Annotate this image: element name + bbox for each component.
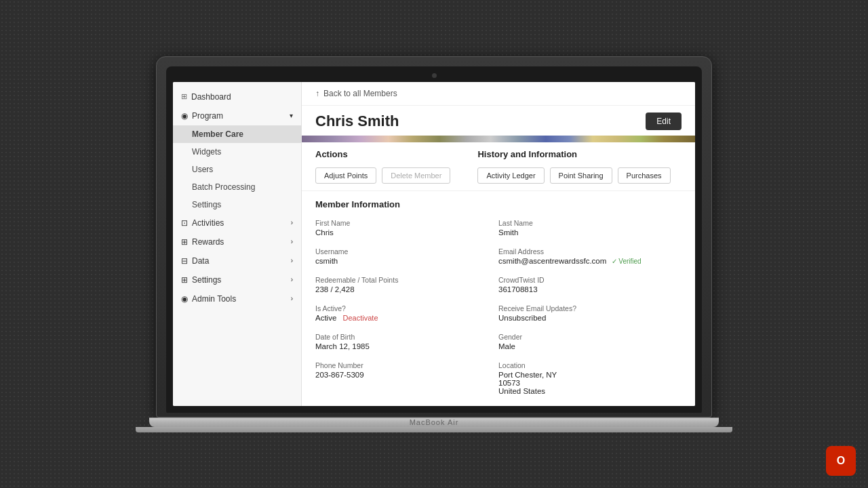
macbook-bottom-bar: MacBook Air [149, 418, 719, 427]
settings-sub-label: Settings [192, 200, 221, 209]
first-name-value: Chris [315, 228, 498, 237]
back-link-text: Back to all Members [323, 89, 397, 98]
dob-label: Date of Birth [315, 333, 498, 341]
main-content: ↑ Back to all Members Chris Smith Edit A… [302, 82, 695, 406]
last-name-value: Smith [498, 228, 682, 237]
actions-buttons: Adjust Points Delete Member [315, 167, 450, 184]
member-care-label: Member Care [192, 129, 243, 139]
chevron-down-icon: ▾ [290, 112, 293, 119]
macbook-shell: ⊞ Dashboard ◉ Program ▾ Member Care [156, 56, 712, 432]
deactivate-link[interactable]: Deactivate [343, 314, 378, 322]
email-value: csmith@ascentrewardssfc.com ✓ Verified [498, 257, 682, 265]
sidebar-item-admin-tools[interactable]: ◉ Admin Tools › [173, 289, 301, 308]
sidebar-item-activities[interactable]: ⊡ Activities › [173, 214, 301, 232]
location-value: Port Chester, NY 10573 United States [498, 371, 682, 395]
edit-button[interactable]: Edit [646, 113, 682, 130]
dob-value: March 12, 1985 [315, 342, 498, 350]
admin-tools-icon: ◉ [181, 294, 188, 304]
sidebar-item-rewards[interactable]: ⊞ Rewards › [173, 232, 301, 251]
gender-value: Male [498, 342, 682, 350]
info-email: Email Address csmith@ascentrewardssfc.co… [498, 242, 682, 270]
info-grid: First Name Chris Last Name Smith Usernam… [315, 214, 682, 406]
username-label: Username [315, 247, 498, 256]
verified-badge: ✓ Verified [612, 258, 642, 265]
users-label: Users [192, 165, 213, 174]
active-text: Active [315, 314, 336, 322]
rewards-label: Rewards [192, 237, 224, 247]
color-banner [302, 136, 695, 142]
camera [432, 73, 437, 78]
screen-shell: ⊞ Dashboard ◉ Program ▾ Member Care [156, 56, 712, 418]
chevron-right-data-icon: › [291, 257, 293, 264]
redeemable-label: Redeemable / Total Points [315, 276, 498, 284]
gender-label: Gender [498, 333, 682, 341]
activities-icon: ⊡ [181, 218, 188, 228]
phone-value: 203-867-5309 [315, 371, 498, 379]
sidebar-item-users[interactable]: Users [173, 161, 301, 178]
info-crowdtwist: CrowdTwist ID 361708813 [498, 270, 682, 299]
info-gender: Gender Male [498, 327, 682, 356]
sidebar-item-dashboard[interactable]: ⊞ Dashboard [173, 87, 301, 106]
member-header: Chris Smith Edit [302, 106, 695, 136]
chevron-right-admin-icon: › [291, 295, 293, 302]
point-sharing-button[interactable]: Point Sharing [550, 167, 612, 184]
sidebar-item-widgets[interactable]: Widgets [173, 143, 301, 161]
location-label: Location [498, 361, 682, 369]
data-label: Data [192, 256, 209, 266]
member-info-section: Member Information First Name Chris Last… [302, 191, 695, 406]
location-line1: Port Chester, NY [498, 371, 682, 379]
crowdtwist-label: CrowdTwist ID [498, 276, 682, 284]
sidebar-item-settings[interactable]: ⊞ Settings › [173, 270, 301, 289]
info-redeemable: Redeemable / Total Points 238 / 2,428 [315, 270, 498, 299]
sidebar-program-label: Program [192, 111, 223, 121]
screen: ⊞ Dashboard ◉ Program ▾ Member Care [173, 82, 695, 406]
receive-email-value: Unsubscribed [498, 314, 682, 322]
sidebar-item-member-care[interactable]: Member Care [173, 125, 301, 143]
info-third-party: Third Party ID Not entered [498, 401, 682, 406]
username-value: csmith [315, 257, 498, 265]
email-text: csmith@ascentrewardssfc.com [498, 257, 606, 265]
macbook-model-label: MacBook Air [410, 418, 459, 426]
purchases-button[interactable]: Purchases [618, 167, 671, 184]
widgets-label: Widgets [192, 147, 221, 157]
program-icon: ◉ [181, 111, 188, 121]
sidebar-item-settings-sub[interactable]: Settings [173, 196, 301, 214]
dashboard-icon: ⊞ [181, 92, 187, 101]
sidebar-item-batch-processing[interactable]: Batch Processing [173, 178, 301, 196]
history-title: History and Information [477, 149, 670, 159]
sidebar-item-program[interactable]: ◉ Program ▾ [173, 106, 301, 125]
last-name-label: Last Name [498, 219, 682, 227]
settings-label: Settings [192, 275, 221, 285]
back-link[interactable]: ↑ Back to all Members [302, 82, 695, 106]
sidebar: ⊞ Dashboard ◉ Program ▾ Member Care [173, 82, 302, 406]
info-last-name: Last Name Smith [498, 214, 682, 242]
info-receive-email: Receive Email Updates? Unsubscribed [498, 299, 682, 327]
admin-tools-label: Admin Tools [192, 294, 236, 304]
member-name: Chris Smith [315, 113, 399, 130]
chevron-right-settings-icon: › [291, 276, 293, 283]
sidebar-dashboard-label: Dashboard [191, 92, 231, 102]
adjust-points-button[interactable]: Adjust Points [315, 167, 376, 184]
info-is-active: Is Active? Active Deactivate [315, 299, 498, 327]
chevron-right-rewards-icon: › [291, 238, 293, 245]
member-info-title: Member Information [315, 199, 682, 209]
receive-email-label: Receive Email Updates? [498, 304, 682, 312]
settings-icon: ⊞ [181, 275, 188, 285]
location-line3: United States [498, 387, 682, 395]
info-first-name: First Name Chris [315, 214, 498, 242]
sidebar-item-data[interactable]: ⊟ Data › [173, 251, 301, 270]
history-buttons: Activity Ledger Point Sharing Purchases [477, 167, 670, 184]
macbook-base [136, 427, 732, 432]
chevron-right-activities-icon: › [291, 219, 293, 226]
actions-row: Actions Adjust Points Delete Member Hist… [302, 149, 695, 191]
delete-member-button[interactable]: Delete Member [382, 167, 450, 184]
is-active-value: Active Deactivate [315, 314, 498, 322]
actions-title: Actions [315, 149, 450, 159]
crowdtwist-value: 361708813 [498, 285, 682, 293]
actions-group: Actions Adjust Points Delete Member [315, 149, 450, 184]
redeemable-value: 238 / 2,428 [315, 285, 498, 293]
batch-processing-label: Batch Processing [192, 182, 255, 192]
first-name-label: First Name [315, 219, 498, 227]
info-phone: Phone Number 203-867-5309 [315, 356, 498, 401]
activity-ledger-button[interactable]: Activity Ledger [477, 167, 544, 184]
